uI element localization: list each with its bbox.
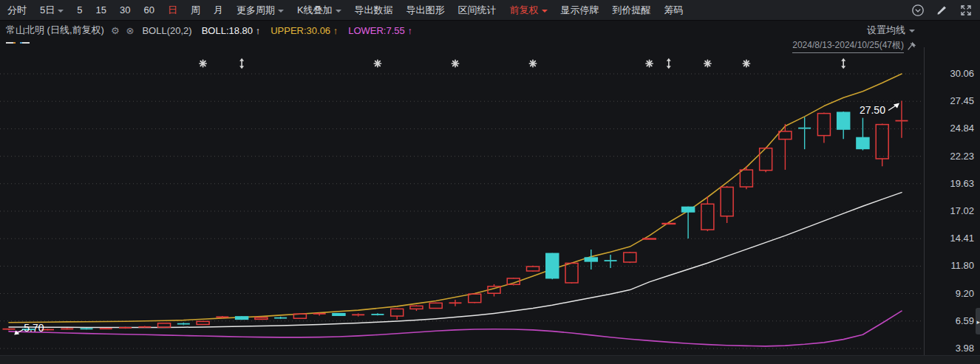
toolbar-item-前复权[interactable]: 前复权 — [510, 4, 548, 17]
pin-icon[interactable] — [907, 41, 916, 51]
candle-body — [857, 137, 869, 148]
toolbar-item-更多周期[interactable]: 更多周期 — [237, 4, 284, 17]
toolbar-item-5[interactable]: 5 — [77, 4, 82, 16]
toolbar-item-label: 60 — [143, 4, 154, 16]
toolbar-item-label: 5 — [77, 4, 82, 16]
toolbar-item-label: 到价提醒 — [613, 4, 651, 17]
toolbar-item-30[interactable]: 30 — [120, 4, 130, 16]
ma-settings-label: 设置均线 — [867, 24, 905, 37]
event-star-icon[interactable] — [200, 60, 206, 66]
price-annotation-label: 27.50 — [860, 104, 885, 116]
collapse-circle-icon[interactable] — [911, 4, 925, 17]
toolbar-item-区间统计[interactable]: 区间统计 — [458, 4, 497, 17]
candle-body — [410, 306, 423, 309]
boll-band-line — [9, 311, 902, 346]
toolbar-item-label: 更多周期 — [237, 4, 275, 17]
y-axis-label: 19.63 — [922, 178, 974, 189]
kline-chart-canvas[interactable]: 27.505.70 — [0, 0, 980, 364]
indicator-values: BOLL:18.80 ↑UPPER:30.06 ↑LOWER:7.55 ↑ — [202, 25, 412, 36]
legend-dash-icon — [20, 42, 30, 44]
y-axis-label: 30.06 — [922, 68, 974, 79]
price-annotation-label: 5.70 — [24, 322, 44, 334]
toolbar-item-月[interactable]: 月 — [214, 4, 223, 17]
toolbar-item-导出数据[interactable]: 导出数据 — [355, 4, 393, 17]
candle-body — [624, 253, 636, 262]
gear-icon[interactable]: ⚙ — [111, 25, 120, 36]
up-arrow-icon: ↑ — [256, 25, 261, 36]
event-updown-icon[interactable] — [239, 58, 244, 69]
candle-body — [837, 112, 850, 129]
toolbar-item-label: 30 — [120, 4, 130, 16]
candle-body — [817, 114, 830, 136]
close-icon[interactable]: ⊗ — [126, 25, 135, 36]
toolbar-item-导出图形[interactable]: 导出图形 — [406, 4, 445, 17]
toolbar-item-分时[interactable]: 分时 — [7, 4, 27, 17]
event-star-icon[interactable] — [452, 60, 458, 66]
up-arrow-icon: ↑ — [333, 25, 338, 36]
toolbar-item-label: 月 — [214, 4, 223, 17]
event-star-icon[interactable] — [646, 60, 653, 66]
candle-body — [255, 317, 268, 319]
chevron-down-icon — [542, 10, 548, 13]
toolbar-item-label: 分时 — [7, 4, 27, 17]
toolbar-item-label: 前复权 — [510, 4, 539, 17]
y-axis-label: 14.41 — [922, 233, 974, 244]
candle-body — [682, 207, 695, 212]
toolbar-item-筹码[interactable]: 筹码 — [664, 4, 684, 17]
stock-chart-app: { "colors": { "accent_red": "#e5483c", "… — [0, 0, 980, 364]
event-star-icon[interactable] — [704, 60, 711, 66]
toolbar-item-label: 周 — [191, 4, 200, 17]
candle-body — [585, 258, 597, 261]
indicator-value: UPPER:30.06 ↑ — [270, 25, 338, 36]
visible-range-label[interactable]: 2024/8/13-2024/10/25(47根) — [792, 39, 904, 53]
fullscreen-icon[interactable] — [959, 4, 973, 17]
boll-band-line — [9, 74, 902, 323]
event-updown-icon[interactable] — [841, 58, 845, 69]
chevron-down-icon — [336, 10, 341, 13]
y-axis-label: 6.59 — [922, 315, 974, 326]
toolbar-item-label: 日 — [168, 4, 177, 17]
event-updown-icon[interactable] — [667, 58, 671, 69]
chevron-down-icon — [278, 10, 284, 13]
toolbar-item-label: 5日 — [40, 4, 55, 17]
y-axis-label: 3.98 — [922, 343, 974, 354]
candle-body — [876, 125, 888, 159]
time-axis-strip — [0, 355, 980, 364]
indicator-bar: 常山北明 (日线,前复权) ⚙ ⊗ BOLL(20,2) BOLL:18.80 … — [0, 22, 412, 38]
toolbar-item-label: 显示停牌 — [561, 4, 599, 17]
y-axis-label: 24.84 — [922, 123, 974, 134]
toolbar-item-label: 筹码 — [664, 4, 684, 17]
toolbar-item-15[interactable]: 15 — [95, 4, 106, 16]
event-star-icon[interactable] — [743, 60, 749, 66]
y-axis-label: 11.80 — [922, 260, 974, 271]
event-star-icon[interactable] — [529, 60, 536, 66]
y-axis-label: 9.20 — [922, 288, 974, 299]
event-star-icon[interactable] — [374, 60, 381, 66]
toolbar-item-K线叠加[interactable]: K线叠加 — [297, 4, 341, 17]
candle-body — [527, 267, 540, 271]
panel-expand-arrow-icon[interactable]: ▸ — [976, 318, 980, 326]
visible-range-bar: 2024/8/13-2024/10/25(47根) — [792, 39, 916, 53]
toolbar-item-5日[interactable]: 5日 — [40, 4, 64, 17]
candle-body — [779, 131, 792, 140]
stock-title: 常山北明 (日线,前复权) — [6, 24, 104, 37]
ma-settings-button[interactable]: 设置均线 — [867, 24, 915, 37]
draw-tool-icon[interactable] — [936, 4, 948, 16]
y-axis-label: 17.02 — [922, 205, 974, 216]
candle-body — [429, 303, 442, 308]
candle-body — [391, 309, 404, 316]
minimized-legend[interactable] — [6, 42, 30, 44]
chevron-down-icon — [58, 10, 64, 13]
toolbar-item-日[interactable]: 日 — [168, 4, 177, 17]
y-axis-label: 27.45 — [922, 95, 974, 106]
period-toolbar: 分时5日5153060日周月更多周期K线叠加导出数据导出图形区间统计前复权显示停… — [0, 0, 980, 21]
toolbar-item-label: 15 — [95, 4, 106, 16]
candle-body — [740, 170, 752, 187]
toolbar-right-icons — [911, 4, 973, 17]
toolbar-item-周[interactable]: 周 — [191, 4, 200, 17]
toolbar-item-显示停牌[interactable]: 显示停牌 — [561, 4, 599, 17]
candle-body — [469, 294, 481, 302]
toolbar-item-到价提醒[interactable]: 到价提醒 — [613, 4, 651, 17]
toolbar-item-60[interactable]: 60 — [143, 4, 154, 16]
boll-band-line — [9, 193, 902, 328]
